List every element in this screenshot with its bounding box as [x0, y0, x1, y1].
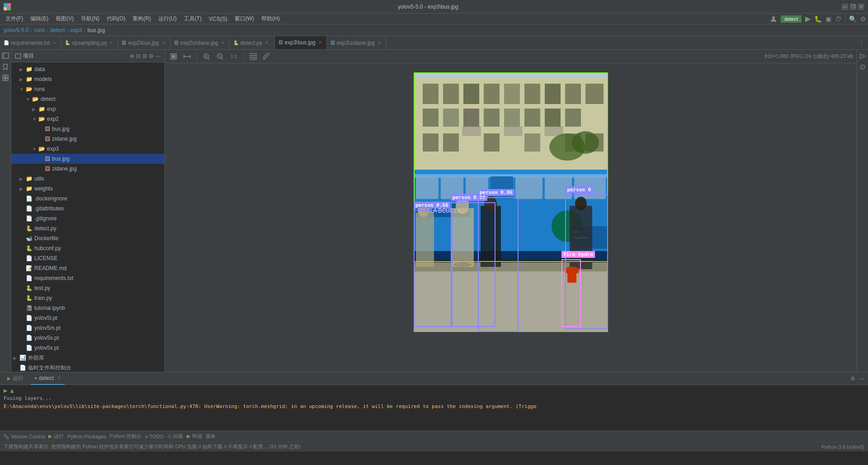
tree-item-exp3zidane[interactable]: ▶ 🖼 zidane.jpg	[11, 164, 165, 174]
breadcrumb-project[interactable]: yolov5-5.0	[4, 27, 28, 33]
menu-view[interactable]: 视图(V)	[52, 14, 77, 24]
terminal-settings-icon[interactable]: ⚙	[850, 375, 855, 382]
bottom-version-control[interactable]: Version Control	[4, 434, 45, 439]
tree-minimize-icon[interactable]: —	[156, 53, 161, 59]
bottom-python-packages[interactable]: Python Packages	[67, 434, 106, 439]
terminal-run-btn[interactable]: ▶	[4, 387, 7, 394]
menu-nav[interactable]: 导航(N)	[77, 14, 103, 24]
tree-item-weights[interactable]: ▶ 📁 weights	[11, 184, 165, 194]
menu-code[interactable]: 代码(O)	[103, 14, 129, 24]
bottom-services[interactable]: 服务	[206, 433, 216, 440]
sidebar-structure-icon[interactable]	[1, 73, 10, 82]
bottom-run[interactable]: ▶ 运行	[48, 433, 64, 440]
tab-close-exp2bus[interactable]: ✕	[161, 39, 166, 46]
grid-button[interactable]	[248, 52, 258, 62]
tab-upsampling[interactable]: 🐍 upsampling.py ✕	[61, 36, 118, 49]
right-sidebar-icon-1[interactable]	[858, 52, 867, 61]
tree-item-exp3[interactable]: ▼ 📂 exp3	[11, 144, 165, 154]
tab-close-exp3bus[interactable]: ✕	[317, 39, 323, 46]
actual-size-button[interactable]: 1:1	[229, 52, 239, 62]
right-sidebar-icon-2[interactable]	[858, 62, 867, 71]
bottom-todo[interactable]: ≡ TODO	[145, 434, 164, 439]
file-tree-content[interactable]: ▶ 📁 data ▶ 📁 models ▼ 📂 runs ▼ 📂 detect …	[11, 62, 165, 372]
tab-close-detectpy[interactable]: ✕	[264, 39, 269, 46]
tree-item-exp[interactable]: ▶ 📁 exp	[11, 104, 165, 114]
tree-item-dockerfile[interactable]: ▶ 🐋 Dockerfile	[11, 233, 165, 243]
fit-width-button[interactable]	[182, 52, 192, 62]
tree-locate-icon[interactable]: ⊕	[130, 53, 134, 59]
tab-exp2zidane[interactable]: 🖼 exp2\zidane.jpg ✕	[170, 36, 230, 49]
tree-collapse-icon[interactable]: ⊟	[136, 53, 141, 59]
tab-detectpy[interactable]: 🐍 detect.py ✕	[230, 36, 275, 49]
menu-file[interactable]: 文件(F)	[2, 14, 27, 24]
tree-item-tutorial[interactable]: ▶ 📓 tutorial.ipynb	[11, 303, 165, 313]
menu-tools[interactable]: 工具(T)	[180, 14, 205, 24]
tree-item-tmpfiles[interactable]: ▶ 📄 临时文件和控制台	[11, 363, 165, 372]
user-icon[interactable]	[770, 15, 777, 23]
tree-item-detectpy[interactable]: ▶ 🐍 detect.py	[11, 223, 165, 233]
tree-item-detect[interactable]: ▼ 📂 detect	[11, 94, 165, 104]
tree-item-trainpy[interactable]: ▶ 🐍 train.py	[11, 293, 165, 303]
tree-item-yolov5x[interactable]: ▶ 📄 yolov5x.pt	[11, 343, 165, 353]
minimize-button[interactable]: —	[842, 4, 848, 10]
tree-item-yolov5m[interactable]: ▶ 📄 yolov5m.pt	[11, 323, 165, 333]
terminal-tab-detect-close[interactable]: ✕	[57, 375, 61, 380]
coverage-button[interactable]: ▣	[826, 15, 831, 23]
menu-refactor[interactable]: 重构(R)	[129, 14, 155, 24]
run-button-main[interactable]: ▶	[805, 14, 811, 23]
tree-item-data[interactable]: ▶ 📁 data	[11, 64, 165, 74]
menu-window[interactable]: 窗口(W)	[231, 14, 258, 24]
profile-button[interactable]: ⏱	[835, 15, 841, 23]
menu-run[interactable]: 运行(U)	[155, 14, 180, 24]
settings-button[interactable]: ⚙	[860, 15, 866, 23]
tree-item-yolov5l[interactable]: ▶ 📄 yolov5l.pt	[11, 313, 165, 323]
run-config[interactable]: detect	[781, 15, 802, 23]
tabs-more-button[interactable]: ⋮	[855, 36, 868, 49]
tree-item-license[interactable]: ▶ 📄 LICENSE	[11, 253, 165, 263]
terminal-tab-run[interactable]: ▶ 运行	[4, 372, 27, 385]
tab-exp2bus[interactable]: 🖼 exp2\bus.jpg ✕	[118, 36, 170, 49]
bottom-python-console[interactable]: Python 控制台	[110, 433, 142, 440]
tree-item-readme[interactable]: ▶ 📝 README.md	[11, 263, 165, 273]
menu-help[interactable]: 帮助(H)	[258, 14, 283, 24]
menu-edit[interactable]: 编辑(E)	[27, 14, 52, 24]
tree-item-gitignore[interactable]: ▶ 📄 .gitignore	[11, 214, 165, 223]
tree-item-exp2zidane[interactable]: ▶ 🖼 zidane.jpg	[11, 134, 165, 144]
breadcrumb-runs[interactable]: runs	[34, 27, 44, 33]
maximize-button[interactable]: ❐	[850, 4, 856, 10]
tree-item-dockerignore[interactable]: ▶ 📄 .dockerignore	[11, 194, 165, 204]
tab-close-exp2zidane[interactable]: ✕	[220, 39, 226, 46]
fit-page-button[interactable]	[169, 52, 179, 62]
sidebar-project-icon[interactable]	[1, 52, 10, 61]
bottom-issues[interactable]: ⚠ 问题	[167, 433, 183, 440]
tree-item-yolov5s[interactable]: ▶ 📄 yolov5s.pt	[11, 333, 165, 343]
search-everywhere-button[interactable]: 🔍	[849, 15, 857, 23]
breadcrumb-exp3[interactable]: exp3	[70, 27, 82, 33]
image-viewer[interactable]: M1 5LA DCUILLA cero emisione	[165, 63, 857, 372]
tree-settings-icon[interactable]: ⚙	[149, 53, 154, 59]
tree-item-models[interactable]: ▶ 📁 models	[11, 74, 165, 84]
terminal-tab-detect[interactable]: ● detect ✕	[31, 372, 65, 385]
tree-item-exp2bus[interactable]: ▶ 🖼 bus.jpg	[11, 124, 165, 134]
python-interpreter[interactable]: Python 3.8 (yolov5)	[821, 444, 864, 450]
tree-item-requirements[interactable]: ▶ 📄 requirements.txt	[11, 273, 165, 283]
terminal-up-btn[interactable]: ▲	[10, 387, 14, 394]
tree-item-testpy[interactable]: ▶ 🐍 test.py	[11, 283, 165, 293]
zoom-in-button[interactable]	[202, 52, 212, 62]
pick-color-button[interactable]	[262, 52, 272, 62]
tree-item-gitattributes[interactable]: ▶ 📄 .gitattributes	[11, 204, 165, 214]
close-button[interactable]: ✕	[858, 4, 864, 10]
tree-item-external[interactable]: ▶ 📊 外部库	[11, 353, 165, 363]
tree-item-exp2[interactable]: ▼ 📂 exp2	[11, 114, 165, 124]
sidebar-bookmark-icon[interactable]	[1, 62, 10, 71]
tree-expand-icon[interactable]: ⊞	[142, 53, 147, 59]
zoom-out-button[interactable]	[215, 52, 225, 62]
debug-button[interactable]: 🐛	[814, 15, 822, 23]
tab-exp3zidane[interactable]: 🖼 exp3\zidane.jpg ✕	[327, 36, 386, 49]
terminal-minimize-icon[interactable]: —	[859, 375, 864, 382]
bottom-terminal[interactable]: ▶ 终端	[187, 433, 202, 440]
tab-close-requirements[interactable]: ✕	[52, 39, 57, 46]
menu-vcs[interactable]: VCS(S)	[205, 15, 231, 23]
tree-item-exp3bus[interactable]: ▶ 🖼 bus.jpg	[11, 154, 165, 164]
tree-item-runs[interactable]: ▼ 📂 runs	[11, 84, 165, 94]
